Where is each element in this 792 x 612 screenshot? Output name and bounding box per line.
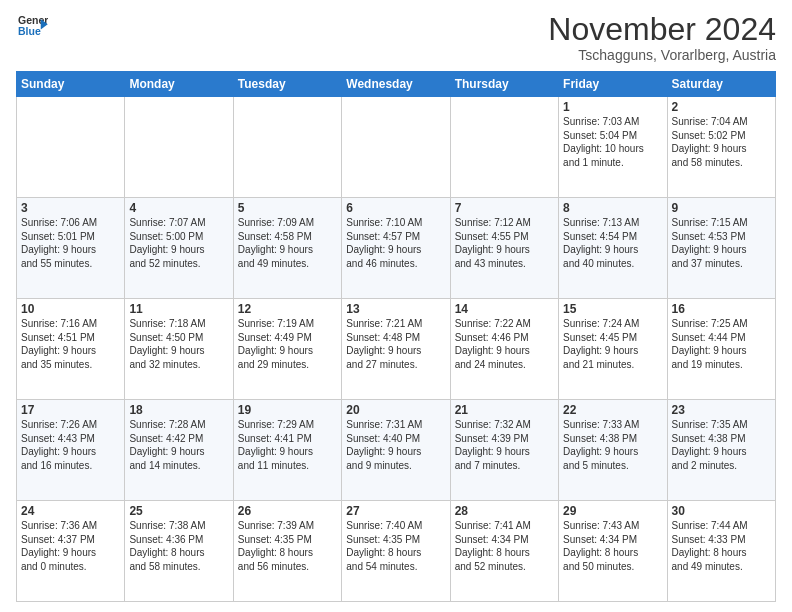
calendar-cell: 25Sunrise: 7:38 AM Sunset: 4:36 PM Dayli… (125, 501, 233, 602)
day-info: Sunrise: 7:31 AM Sunset: 4:40 PM Dayligh… (346, 418, 445, 472)
calendar-cell: 17Sunrise: 7:26 AM Sunset: 4:43 PM Dayli… (17, 400, 125, 501)
svg-text:Blue: Blue (18, 25, 41, 37)
day-number: 29 (563, 504, 662, 518)
calendar-cell (342, 97, 450, 198)
calendar-cell (125, 97, 233, 198)
day-info: Sunrise: 7:04 AM Sunset: 5:02 PM Dayligh… (672, 115, 771, 169)
col-header-friday: Friday (559, 72, 667, 97)
calendar-cell: 1Sunrise: 7:03 AM Sunset: 5:04 PM Daylig… (559, 97, 667, 198)
day-info: Sunrise: 7:22 AM Sunset: 4:46 PM Dayligh… (455, 317, 554, 371)
day-number: 2 (672, 100, 771, 114)
calendar-cell: 28Sunrise: 7:41 AM Sunset: 4:34 PM Dayli… (450, 501, 558, 602)
day-number: 25 (129, 504, 228, 518)
calendar-cell: 21Sunrise: 7:32 AM Sunset: 4:39 PM Dayli… (450, 400, 558, 501)
col-header-sunday: Sunday (17, 72, 125, 97)
calendar-cell: 26Sunrise: 7:39 AM Sunset: 4:35 PM Dayli… (233, 501, 341, 602)
month-title: November 2024 (548, 12, 776, 47)
day-info: Sunrise: 7:09 AM Sunset: 4:58 PM Dayligh… (238, 216, 337, 270)
day-info: Sunrise: 7:32 AM Sunset: 4:39 PM Dayligh… (455, 418, 554, 472)
calendar-cell: 14Sunrise: 7:22 AM Sunset: 4:46 PM Dayli… (450, 299, 558, 400)
calendar-cell: 7Sunrise: 7:12 AM Sunset: 4:55 PM Daylig… (450, 198, 558, 299)
day-number: 8 (563, 201, 662, 215)
col-header-thursday: Thursday (450, 72, 558, 97)
day-number: 26 (238, 504, 337, 518)
day-number: 24 (21, 504, 120, 518)
logo-icon: General Blue (16, 12, 48, 40)
day-info: Sunrise: 7:33 AM Sunset: 4:38 PM Dayligh… (563, 418, 662, 472)
day-number: 16 (672, 302, 771, 316)
calendar-cell: 29Sunrise: 7:43 AM Sunset: 4:34 PM Dayli… (559, 501, 667, 602)
day-number: 7 (455, 201, 554, 215)
day-number: 21 (455, 403, 554, 417)
calendar-cell: 19Sunrise: 7:29 AM Sunset: 4:41 PM Dayli… (233, 400, 341, 501)
calendar-cell: 24Sunrise: 7:36 AM Sunset: 4:37 PM Dayli… (17, 501, 125, 602)
day-info: Sunrise: 7:18 AM Sunset: 4:50 PM Dayligh… (129, 317, 228, 371)
logo: General Blue (16, 12, 48, 40)
calendar-cell: 6Sunrise: 7:10 AM Sunset: 4:57 PM Daylig… (342, 198, 450, 299)
calendar-cell: 23Sunrise: 7:35 AM Sunset: 4:38 PM Dayli… (667, 400, 775, 501)
calendar-cell: 22Sunrise: 7:33 AM Sunset: 4:38 PM Dayli… (559, 400, 667, 501)
title-block: November 2024 Tschagguns, Vorarlberg, Au… (548, 12, 776, 63)
calendar-header-row: SundayMondayTuesdayWednesdayThursdayFrid… (17, 72, 776, 97)
calendar-cell: 16Sunrise: 7:25 AM Sunset: 4:44 PM Dayli… (667, 299, 775, 400)
day-number: 12 (238, 302, 337, 316)
day-number: 17 (21, 403, 120, 417)
day-number: 11 (129, 302, 228, 316)
day-info: Sunrise: 7:35 AM Sunset: 4:38 PM Dayligh… (672, 418, 771, 472)
calendar-cell: 18Sunrise: 7:28 AM Sunset: 4:42 PM Dayli… (125, 400, 233, 501)
day-number: 15 (563, 302, 662, 316)
day-info: Sunrise: 7:29 AM Sunset: 4:41 PM Dayligh… (238, 418, 337, 472)
day-info: Sunrise: 7:44 AM Sunset: 4:33 PM Dayligh… (672, 519, 771, 573)
day-number: 14 (455, 302, 554, 316)
day-number: 30 (672, 504, 771, 518)
day-info: Sunrise: 7:25 AM Sunset: 4:44 PM Dayligh… (672, 317, 771, 371)
day-info: Sunrise: 7:38 AM Sunset: 4:36 PM Dayligh… (129, 519, 228, 573)
day-number: 5 (238, 201, 337, 215)
calendar-cell: 20Sunrise: 7:31 AM Sunset: 4:40 PM Dayli… (342, 400, 450, 501)
col-header-tuesday: Tuesday (233, 72, 341, 97)
day-info: Sunrise: 7:24 AM Sunset: 4:45 PM Dayligh… (563, 317, 662, 371)
day-info: Sunrise: 7:15 AM Sunset: 4:53 PM Dayligh… (672, 216, 771, 270)
day-number: 3 (21, 201, 120, 215)
day-info: Sunrise: 7:26 AM Sunset: 4:43 PM Dayligh… (21, 418, 120, 472)
day-info: Sunrise: 7:21 AM Sunset: 4:48 PM Dayligh… (346, 317, 445, 371)
calendar-table: SundayMondayTuesdayWednesdayThursdayFrid… (16, 71, 776, 602)
day-number: 6 (346, 201, 445, 215)
col-header-wednesday: Wednesday (342, 72, 450, 97)
page: General Blue November 2024 Tschagguns, V… (0, 0, 792, 612)
calendar-cell (450, 97, 558, 198)
calendar-cell: 5Sunrise: 7:09 AM Sunset: 4:58 PM Daylig… (233, 198, 341, 299)
calendar-cell: 4Sunrise: 7:07 AM Sunset: 5:00 PM Daylig… (125, 198, 233, 299)
day-number: 9 (672, 201, 771, 215)
day-info: Sunrise: 7:43 AM Sunset: 4:34 PM Dayligh… (563, 519, 662, 573)
calendar-cell (17, 97, 125, 198)
col-header-monday: Monday (125, 72, 233, 97)
day-info: Sunrise: 7:36 AM Sunset: 4:37 PM Dayligh… (21, 519, 120, 573)
day-info: Sunrise: 7:40 AM Sunset: 4:35 PM Dayligh… (346, 519, 445, 573)
calendar-week-row: 1Sunrise: 7:03 AM Sunset: 5:04 PM Daylig… (17, 97, 776, 198)
calendar-week-row: 3Sunrise: 7:06 AM Sunset: 5:01 PM Daylig… (17, 198, 776, 299)
day-number: 20 (346, 403, 445, 417)
day-number: 18 (129, 403, 228, 417)
day-info: Sunrise: 7:07 AM Sunset: 5:00 PM Dayligh… (129, 216, 228, 270)
day-number: 19 (238, 403, 337, 417)
day-number: 28 (455, 504, 554, 518)
calendar-week-row: 17Sunrise: 7:26 AM Sunset: 4:43 PM Dayli… (17, 400, 776, 501)
day-number: 27 (346, 504, 445, 518)
day-info: Sunrise: 7:41 AM Sunset: 4:34 PM Dayligh… (455, 519, 554, 573)
calendar-cell: 15Sunrise: 7:24 AM Sunset: 4:45 PM Dayli… (559, 299, 667, 400)
day-info: Sunrise: 7:19 AM Sunset: 4:49 PM Dayligh… (238, 317, 337, 371)
calendar-cell: 12Sunrise: 7:19 AM Sunset: 4:49 PM Dayli… (233, 299, 341, 400)
day-info: Sunrise: 7:39 AM Sunset: 4:35 PM Dayligh… (238, 519, 337, 573)
day-number: 4 (129, 201, 228, 215)
calendar-cell: 27Sunrise: 7:40 AM Sunset: 4:35 PM Dayli… (342, 501, 450, 602)
calendar-cell: 13Sunrise: 7:21 AM Sunset: 4:48 PM Dayli… (342, 299, 450, 400)
day-info: Sunrise: 7:06 AM Sunset: 5:01 PM Dayligh… (21, 216, 120, 270)
day-info: Sunrise: 7:16 AM Sunset: 4:51 PM Dayligh… (21, 317, 120, 371)
day-number: 13 (346, 302, 445, 316)
calendar-week-row: 24Sunrise: 7:36 AM Sunset: 4:37 PM Dayli… (17, 501, 776, 602)
day-number: 23 (672, 403, 771, 417)
calendar-week-row: 10Sunrise: 7:16 AM Sunset: 4:51 PM Dayli… (17, 299, 776, 400)
calendar-cell: 10Sunrise: 7:16 AM Sunset: 4:51 PM Dayli… (17, 299, 125, 400)
calendar-cell: 9Sunrise: 7:15 AM Sunset: 4:53 PM Daylig… (667, 198, 775, 299)
